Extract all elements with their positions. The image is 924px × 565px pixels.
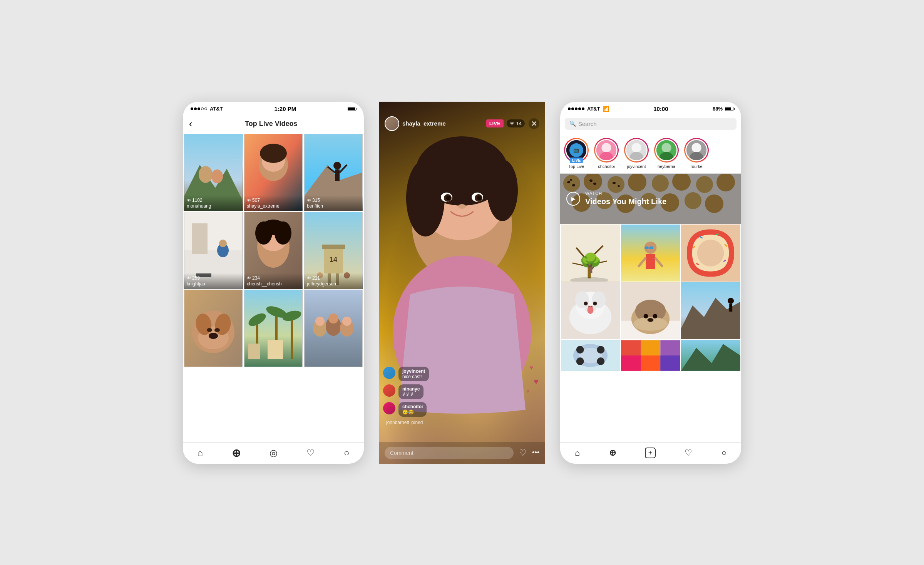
svg-rect-124 bbox=[649, 246, 653, 249]
svg-point-70 bbox=[458, 204, 466, 209]
carrier-signal-1: AT&T bbox=[191, 106, 223, 112]
video-cell-3[interactable]: 👁 315 benfitch bbox=[304, 134, 363, 211]
heart-nav-1[interactable]: ♡ bbox=[306, 448, 315, 458]
screen3-search-header: 🔍 Search bbox=[560, 115, 741, 133]
comment-user-2: ninanyc bbox=[402, 386, 420, 392]
svg-point-19 bbox=[219, 240, 227, 247]
video-cell-1[interactable]: 👁 1102 monahuang bbox=[184, 134, 243, 211]
watch-label: WATCH bbox=[585, 191, 735, 196]
heart-button[interactable]: ♡ bbox=[519, 448, 527, 458]
more-button[interactable]: ••• bbox=[532, 449, 539, 457]
svg-point-10 bbox=[333, 162, 341, 169]
video-grid: 👁 1102 monahuang 👁 bbox=[183, 133, 364, 367]
home-nav-1[interactable]: ⌂ bbox=[198, 448, 203, 458]
svg-text:14: 14 bbox=[330, 256, 337, 263]
watch-section[interactable]: ▶ WATCH Videos You Might Like bbox=[560, 174, 741, 224]
explore-cell-3[interactable] bbox=[681, 225, 740, 282]
svg-rect-170 bbox=[660, 355, 680, 371]
carrier-signal-3: AT&T 📶 bbox=[568, 106, 609, 112]
play-button[interactable]: ▶ bbox=[566, 192, 580, 206]
explore-cell-4[interactable] bbox=[561, 282, 620, 339]
story-name-chchoitoi: chchoitoi bbox=[598, 164, 614, 169]
profile-nav-1[interactable]: ○ bbox=[344, 448, 350, 458]
svg-point-41 bbox=[209, 333, 218, 339]
story-heyberna[interactable]: heyberna bbox=[654, 138, 679, 169]
battery-icon-1 bbox=[348, 107, 356, 111]
add-post-button[interactable]: + bbox=[645, 448, 656, 458]
live-label-badge: LIVE bbox=[570, 158, 583, 163]
page-title-1: Top Live Videos bbox=[199, 120, 344, 128]
svg-point-57 bbox=[342, 317, 352, 326]
viewers-4: 👁 259 bbox=[187, 275, 240, 281]
battery-icon-3 bbox=[725, 107, 733, 111]
search-bar[interactable]: 🔍 Search bbox=[565, 118, 737, 130]
search-nav-3[interactable]: ⊕ bbox=[609, 448, 616, 458]
video-cell-7[interactable] bbox=[184, 290, 243, 367]
video-cell-8[interactable] bbox=[244, 290, 303, 367]
comment-input[interactable]: Comment bbox=[385, 447, 514, 459]
comment-user-1: joyvincent bbox=[402, 369, 425, 374]
search-nav-1[interactable]: ⊕ bbox=[232, 447, 241, 459]
svg-point-144 bbox=[588, 306, 594, 314]
svg-point-39 bbox=[207, 328, 212, 332]
svg-rect-168 bbox=[621, 355, 641, 371]
svg-point-55 bbox=[315, 317, 325, 326]
back-button[interactable]: ‹ bbox=[189, 119, 192, 129]
video-cell-4[interactable]: 👁 259 knightjaa bbox=[184, 212, 243, 289]
video-overlay-4: 👁 259 knightjaa bbox=[184, 273, 243, 289]
viewer-number: 14 bbox=[516, 121, 522, 126]
heart-nav-3[interactable]: ♡ bbox=[685, 448, 692, 458]
video-overlay-3: 👁 315 benfitch bbox=[304, 195, 363, 211]
signal-dots-3 bbox=[568, 107, 584, 110]
svg-rect-49 bbox=[268, 340, 283, 359]
comment-avatar-2 bbox=[383, 384, 395, 397]
video-cell-9[interactable] bbox=[304, 290, 363, 367]
viewers-1: 👁 1102 bbox=[187, 198, 240, 203]
story-top-live[interactable]: 📺 LIVE Top Live bbox=[564, 138, 589, 169]
dot3-4 bbox=[578, 107, 581, 110]
svg-point-134 bbox=[701, 243, 720, 263]
story-name-rourke: rourke bbox=[690, 164, 702, 169]
svg-rect-45 bbox=[291, 317, 293, 359]
story-avatar-rourke bbox=[685, 139, 708, 161]
svg-rect-123 bbox=[645, 246, 649, 249]
eye-icon-2: 👁 bbox=[247, 198, 251, 203]
story-chchoitoi[interactable]: chchoitoi bbox=[594, 138, 619, 169]
svg-point-69 bbox=[477, 196, 482, 200]
dot3-1 bbox=[568, 107, 571, 110]
live-video-screen: shayla_extreme LIVE 👁 14 ✕ ♥ ♥ ♥ joyvinc… bbox=[379, 102, 545, 464]
explore-cell-1[interactable] bbox=[561, 225, 620, 282]
explore-cell-2[interactable] bbox=[621, 225, 680, 282]
profile-nav-3[interactable]: ○ bbox=[721, 448, 726, 458]
video-cell-5[interactable]: 👁 234 cherish__cherish bbox=[244, 212, 303, 289]
eye-icon-5: 👁 bbox=[247, 276, 251, 280]
battery-level-1 bbox=[348, 107, 355, 110]
svg-point-25 bbox=[262, 220, 285, 235]
comment-text-1: nice cast! bbox=[402, 374, 425, 379]
explore-cell-6[interactable] bbox=[681, 282, 740, 339]
video-overlay-5: 👁 234 cherish__cherish bbox=[244, 273, 303, 289]
video-cell-2[interactable]: 👁 507 shayla_extreme bbox=[244, 134, 303, 211]
story-ring-chchoitoi bbox=[594, 138, 619, 163]
comment-avatar-1 bbox=[383, 367, 395, 379]
svg-rect-156 bbox=[729, 304, 732, 312]
svg-text:📺: 📺 bbox=[573, 147, 580, 154]
close-button[interactable]: ✕ bbox=[529, 118, 539, 129]
camera-nav-1[interactable]: ◎ bbox=[270, 448, 278, 458]
video-cell-6[interactable]: 14 👁 211 jeffreydgerson bbox=[304, 212, 363, 289]
dot3-2 bbox=[571, 107, 574, 110]
svg-rect-16 bbox=[192, 223, 208, 254]
story-joyvincent[interactable]: joyvincent bbox=[624, 138, 649, 169]
bottom-nav-3: ⌂ ⊕ + ♡ ○ bbox=[560, 442, 741, 464]
explore-cell-7[interactable] bbox=[561, 340, 620, 371]
explore-cell-5[interactable] bbox=[621, 282, 680, 339]
home-nav-3[interactable]: ⌂ bbox=[575, 448, 580, 458]
story-rourke[interactable]: rourke bbox=[684, 138, 709, 169]
svg-rect-169 bbox=[641, 355, 661, 371]
svg-rect-50 bbox=[248, 344, 260, 359]
explore-cell-8[interactable] bbox=[621, 340, 680, 371]
bottom-nav-1: ⌂ ⊕ ◎ ♡ ○ bbox=[183, 442, 364, 464]
svg-point-76 bbox=[601, 143, 611, 153]
carrier-name-3: AT&T bbox=[587, 106, 600, 112]
explore-cell-9[interactable] bbox=[681, 340, 740, 371]
